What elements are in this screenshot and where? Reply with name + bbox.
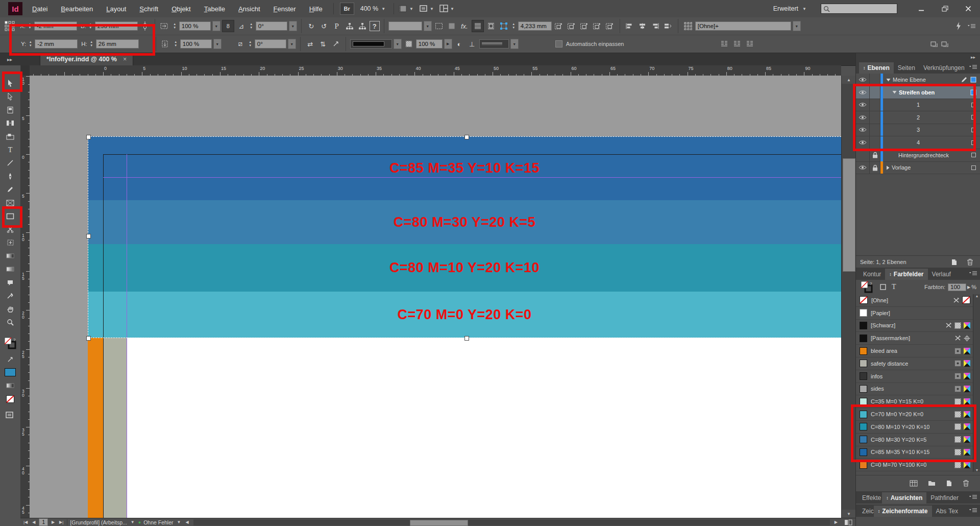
chevron-down-icon[interactable]: ▼ <box>213 39 222 49</box>
panel-menu-icon[interactable] <box>969 64 980 74</box>
line-style-field[interactable] <box>479 39 509 49</box>
document-tab-close-icon[interactable]: × <box>123 56 127 63</box>
scroll-down-icon[interactable]: ▼ <box>973 468 980 472</box>
selection-handle[interactable] <box>86 336 91 341</box>
rectangle-tool[interactable] <box>0 209 20 223</box>
rotation-field[interactable]: 0° <box>256 21 287 31</box>
note-tool[interactable] <box>0 276 20 289</box>
align-left-button[interactable] <box>624 20 635 32</box>
chevron-right-icon[interactable]: ▶ <box>444 39 452 49</box>
selection-handle[interactable] <box>464 336 469 341</box>
paragraph-tool-icon[interactable]: P <box>331 20 342 32</box>
eye-icon[interactable] <box>856 74 870 86</box>
panel-menu-icon[interactable] <box>969 270 980 280</box>
tint-expand-icon[interactable]: ▶ <box>967 285 970 290</box>
chevron-down-icon[interactable]: ▼ <box>176 520 182 524</box>
next-page-button[interactable]: ▶ <box>51 520 56 524</box>
zoom-level-dropdown[interactable]: 400 % ▼ <box>356 5 389 12</box>
selection-tool[interactable] <box>0 77 20 90</box>
zoom-tool[interactable] <box>0 316 20 329</box>
document-tab[interactable]: *Infoflyer.indd @ 400 % × <box>40 53 133 65</box>
selection-frame-icon[interactable] <box>433 20 445 32</box>
stroke-color-field[interactable] <box>350 39 392 49</box>
layer-row-hintergrundrechteck[interactable]: Hintergrundrechteck <box>856 149 980 162</box>
horizontal-ruler[interactable]: 051015202530354045505560657075808590 <box>30 65 841 76</box>
menu-objekt[interactable]: Objekt <box>165 5 198 13</box>
fit-content-prop-button[interactable] <box>592 20 603 32</box>
stripe-4[interactable]: C=70 M=0 Y=20 K=0 <box>88 292 841 338</box>
chevron-down-icon[interactable]: ▼ <box>510 39 519 49</box>
swap-fill-stroke-icon[interactable] <box>0 354 20 365</box>
lock-icon[interactable] <box>870 74 880 86</box>
gradient-feather-tool[interactable] <box>0 262 20 276</box>
direct-selection-tool[interactable] <box>0 90 20 103</box>
selection-handle[interactable] <box>86 135 91 139</box>
content-collector-tool[interactable] <box>0 130 20 143</box>
guide-horizontal[interactable] <box>103 177 841 178</box>
view-options-button[interactable] <box>398 3 409 14</box>
free-transform-tool[interactable] <box>0 236 20 249</box>
preflight-profile[interactable]: [Grundprofil] (Arbeitsp... <box>70 519 127 525</box>
ruler-corner[interactable] <box>20 65 30 76</box>
lock-icon[interactable] <box>870 111 880 124</box>
layer-row-meine-ebene[interactable]: Meine Ebene <box>856 74 980 86</box>
swatch-row[interactable]: infos <box>856 370 973 383</box>
stripe-3[interactable]: C=80 M=10 Y=20 K=10 <box>88 244 841 292</box>
x-field[interactable]: -2 mm <box>34 21 77 31</box>
chevron-right-icon[interactable] <box>886 165 890 170</box>
arrange-documents-button[interactable] <box>439 3 450 14</box>
type-tool[interactable]: T <box>0 143 20 156</box>
apply-gradient-button[interactable] <box>0 379 20 392</box>
tab-ebenen[interactable]: ↕ Ebenen <box>859 62 894 74</box>
tab-zeichenformate[interactable]: ↕ Zeichenformate <box>874 506 932 517</box>
gradient-apply-icon[interactable]: ◐ <box>454 38 465 50</box>
tint-field[interactable]: 100 <box>948 283 966 291</box>
panel-menu-icon[interactable] <box>966 20 977 32</box>
bridge-button[interactable]: Br <box>340 3 354 15</box>
scroll-up-icon[interactable]: ▲ <box>842 76 856 84</box>
reference-point-selector[interactable] <box>4 20 15 32</box>
search-input[interactable] <box>821 4 897 14</box>
chevron-down-icon[interactable] <box>886 78 891 82</box>
rotation-stepper[interactable]: ▲▼ <box>249 23 254 29</box>
scale-x-stepper[interactable]: ▲▼ <box>172 23 178 29</box>
tab-absatzformate-cut[interactable]: Abs <box>932 506 948 517</box>
fit-content-button[interactable] <box>553 20 565 32</box>
tab-pathfinder[interactable]: Pathfinder <box>926 492 963 504</box>
eyedropper-tool[interactable] <box>0 289 20 302</box>
layer-row-2[interactable]: 2 <box>856 111 980 124</box>
chevron-down-icon[interactable]: ▼ <box>394 39 402 49</box>
menu-ansicht[interactable]: Ansicht <box>232 5 267 13</box>
export-options-icon[interactable] <box>929 38 939 50</box>
new-color-group-icon[interactable] <box>910 480 918 487</box>
menu-datei[interactable]: Datei <box>26 5 54 13</box>
formatting-affects-container-icon[interactable] <box>879 283 887 291</box>
vertical-scrollbar[interactable]: ▲ ▼ <box>841 76 856 518</box>
chevron-down-icon[interactable]: ▼ <box>289 21 297 31</box>
lock-icon[interactable] <box>870 86 880 99</box>
scroll-down-icon[interactable]: ▼ <box>842 510 856 518</box>
chevron-down-icon[interactable]: ▼ <box>212 21 220 31</box>
chevron-down-icon[interactable]: ▼ <box>130 520 136 524</box>
fill-frame-prop-button[interactable] <box>579 20 590 32</box>
eye-icon[interactable] <box>856 149 870 161</box>
tab-kontur[interactable]: Kontur <box>859 269 885 280</box>
vertical-ruler[interactable]: 105051015202530354045 <box>20 76 30 518</box>
tab-textvariablen-cut[interactable]: Tex <box>947 506 962 517</box>
column-split-button[interactable] <box>731 38 743 50</box>
eye-icon[interactable] <box>856 86 870 99</box>
x-stepper[interactable]: ▲▼ <box>27 23 33 29</box>
swatch-row[interactable]: [Passermarken] <box>856 332 973 345</box>
edit-options-icon[interactable] <box>940 38 949 50</box>
opacity-field[interactable]: 100 % <box>416 39 443 49</box>
swatch-row[interactable]: [Schwarz] <box>856 320 973 332</box>
delete-layer-icon[interactable] <box>967 258 973 266</box>
swatch-row[interactable]: bleed area <box>856 345 973 357</box>
line-tool[interactable] <box>0 156 20 170</box>
corner-radius-stepper[interactable]: ▲▼ <box>511 23 517 29</box>
new-folder-icon[interactable] <box>928 480 936 486</box>
selection-handle[interactable] <box>464 135 469 139</box>
width-field[interactable]: 296 mm <box>95 21 138 31</box>
eye-icon[interactable] <box>856 111 870 124</box>
swatch-row[interactable]: C=80 M=30 Y=20 K=5 <box>856 434 973 446</box>
